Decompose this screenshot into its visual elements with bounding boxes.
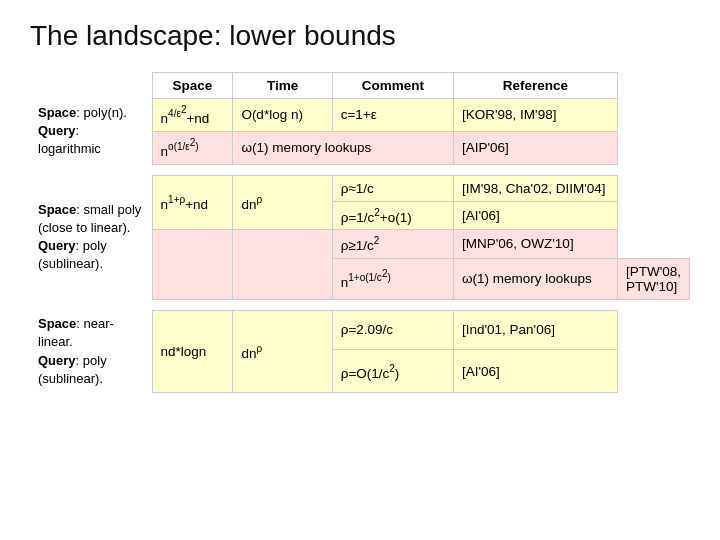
space-cell: n1+ρ+nd [152,175,233,230]
table-row: Space: small poly(close to linear). Quer… [30,175,690,201]
comment-cell: ρ=2.09/c [332,310,453,349]
time-cell: dnρ [233,310,332,393]
comment-cell: ρ=1/c2+o(1) [332,201,453,230]
space-cell: no(1/ε2) [152,131,233,164]
ref-cell: [MNP'06, OWZ'10] [453,230,617,259]
space2-cell: n1+o(1/c2) [332,258,453,299]
ref-cell: [KOR'98, IM'98] [453,99,617,132]
time-cell [233,230,332,300]
table-row: Space: near-linear. Query: poly(sublinea… [30,310,690,349]
col-header-reference: Reference [453,73,617,99]
ref-cell: [PTW'08, PTW'10] [617,258,689,299]
time-cell: O(d*log n) [233,99,332,132]
space-cell: nd*logn [152,310,233,393]
table-row: Space: poly(n). Query: logarithmic n4/ε2… [30,99,690,132]
comment-cell: c=1+ε [332,99,453,132]
space-cell: n4/ε2+nd [152,99,233,132]
spacer-row [30,299,690,310]
spacer-row [30,164,690,175]
ref-cell: [AI'06] [453,350,617,393]
time-comment-cell: ω(1) memory lookups [233,131,454,164]
page-title: The landscape: lower bounds [30,20,690,52]
time-comment2-cell: ω(1) memory lookups [453,258,617,299]
section3-label: Space: near-linear. Query: poly(sublinea… [30,310,152,393]
time-cell: dnρ [233,175,332,230]
comment-cell: ρ≈1/c [332,175,453,201]
ref-cell: [Ind'01, Pan'06] [453,310,617,349]
col-header-comment: Comment [332,73,453,99]
comment-cell: ρ=O(1/c2) [332,350,453,393]
section2-label: Space: small poly(close to linear). Quer… [30,175,152,299]
bounds-table: Space Time Comment Reference Space: poly… [30,72,690,393]
ref-cell: [IM'98, Cha'02, DIIM'04] [453,175,617,201]
col-header-time: Time [233,73,332,99]
section1-label: Space: poly(n). Query: logarithmic [30,99,152,165]
header-row: Space Time Comment Reference [30,73,690,99]
col-header-space: Space [152,73,233,99]
ref-cell: [AIP'06] [453,131,617,164]
comment-cell: ρ≥1/c2 [332,230,453,259]
space-cell [152,230,233,300]
ref-cell: [AI'06] [453,201,617,230]
